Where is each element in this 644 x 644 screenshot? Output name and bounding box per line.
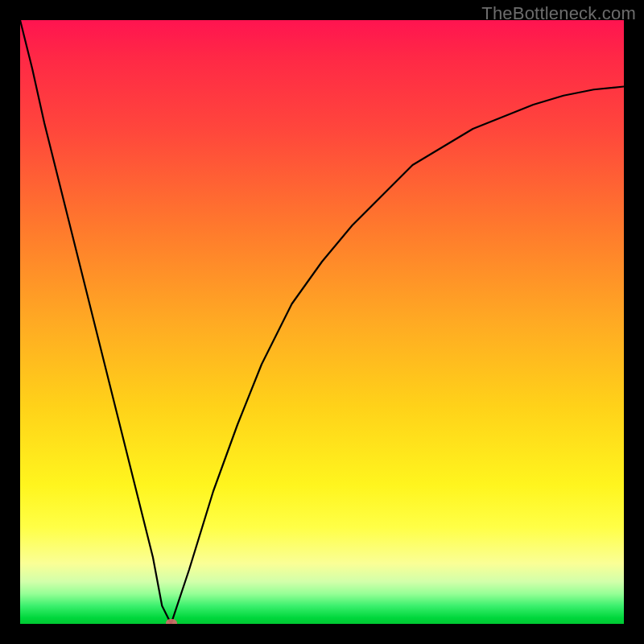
chart-stage: TheBottleneck.com	[0, 0, 644, 644]
plot-area	[20, 20, 624, 624]
min-marker	[166, 619, 177, 624]
curve-layer	[20, 20, 624, 624]
watermark-text: TheBottleneck.com	[481, 3, 636, 24]
bottleneck-curve	[20, 20, 624, 624]
